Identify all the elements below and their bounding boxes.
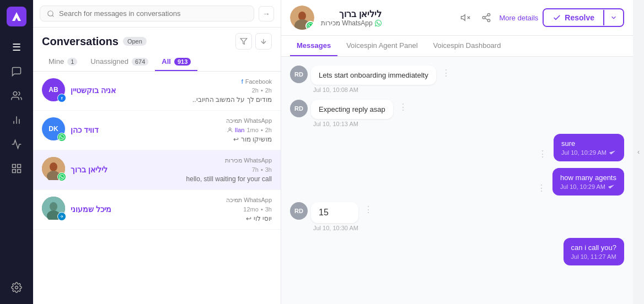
conversation-item[interactable]: ✈ WhatsApp תמיכה מיכל שמעוני 12mo • 3h י… xyxy=(33,190,281,230)
svg-point-10 xyxy=(48,10,53,15)
header-actions xyxy=(235,33,272,50)
read-receipt-icon xyxy=(609,150,616,155)
name-row: אניה בוקשטיין 2h • 2h xyxy=(71,86,272,95)
nav-conversations-icon[interactable] xyxy=(7,62,26,82)
avatar-wrap: AB f xyxy=(42,78,65,101)
outgoing-message: ⋮ how many agents Jul 10, 10:29 AM xyxy=(290,168,624,196)
conversation-item[interactable]: DK WhatsApp תמיכה דוויד כהן Ilan xyxy=(33,111,281,150)
channel-label: WhatsApp תמיכה xyxy=(226,117,272,124)
svg-point-14 xyxy=(229,128,231,130)
left-navigation: ☰ xyxy=(0,0,33,304)
message-time: Jul 10, 10:29 AM xyxy=(560,183,616,190)
conv-content: WhatsApp תמיכה מיכל שמעוני 12mo • 3h יוס… xyxy=(71,197,272,222)
nav-campaigns-icon[interactable] xyxy=(7,134,26,154)
conv-filter-tabs: Mine 1 Unassigned 674 All 913 xyxy=(33,53,281,72)
message-time: Jul 10, 10:13 AM xyxy=(311,121,393,127)
message-time: Jul 10, 10:08 AM xyxy=(311,86,436,93)
header-actions: More details Resolve xyxy=(457,8,624,27)
more-details-btn[interactable]: More details xyxy=(499,14,538,22)
contact-name: ליליאן ברוך xyxy=(321,9,382,19)
filter-btn[interactable] xyxy=(235,33,252,50)
search-box[interactable] xyxy=(40,6,254,21)
svg-rect-5 xyxy=(13,165,16,168)
msg-avatar: RD xyxy=(290,100,308,117)
conv-time: 12mo • 3h xyxy=(243,206,272,213)
message-text: 15 xyxy=(319,208,329,217)
tab-dashboard[interactable]: Voicespin Dashboard xyxy=(427,36,508,56)
msg-avatar: RD xyxy=(290,66,308,83)
tab-messages[interactable]: Messages xyxy=(290,36,337,56)
conv-preview: hello, still waiting for your call xyxy=(71,175,272,183)
avatar-wrap xyxy=(42,157,65,180)
contact-name: דוויד כהן xyxy=(71,126,99,134)
tab-mine[interactable]: Mine 1 xyxy=(42,53,84,71)
open-badge: Open xyxy=(123,37,147,46)
resolve-main-btn[interactable]: Resolve xyxy=(544,9,603,26)
conversation-item[interactable]: AB f Facebook f אניה בוקשטיין 2h • 2h מו… xyxy=(33,72,281,111)
svg-point-1 xyxy=(13,92,17,96)
message-options-btn[interactable]: ⋮ xyxy=(362,202,375,217)
nav-contacts-icon[interactable] xyxy=(7,86,26,106)
svg-point-9 xyxy=(15,286,18,289)
contact-channel: WhatsApp מכירות xyxy=(321,19,382,27)
resolve-label: Resolve xyxy=(565,13,594,22)
channel-badge xyxy=(305,21,314,30)
nav-library-icon[interactable] xyxy=(7,159,26,178)
read-receipt-icon xyxy=(608,184,615,189)
tab-unassigned[interactable]: Unassigned 674 xyxy=(84,53,155,71)
message-options-btn[interactable]: ⋮ xyxy=(439,66,453,80)
conv-preview: יוסי לוי ↩ xyxy=(71,215,272,222)
svg-rect-7 xyxy=(13,170,16,173)
conversation-item-active[interactable]: WhatsApp מכירות ליליאן ברוך 7h • 3h hell… xyxy=(33,150,281,190)
mute-btn[interactable] xyxy=(457,9,474,26)
channel-label: Facebook xyxy=(245,78,272,85)
avatar-wrap: DK xyxy=(42,117,65,140)
sort-btn[interactable] xyxy=(255,33,272,50)
conv-time: Ilan 1mo • 2h xyxy=(227,127,272,133)
message-row: RD 15 Jul 10, 10:30 AM ⋮ xyxy=(290,202,624,231)
search-arrow-btn[interactable]: → xyxy=(259,6,274,21)
nav-menu-icon[interactable]: ☰ xyxy=(7,37,26,57)
channel-row: WhatsApp תמיכה xyxy=(71,197,272,204)
msg-avatar: RD xyxy=(290,202,308,220)
message-row: RD Lets start onboarding immediatelty Ju… xyxy=(290,66,624,93)
nav-reports-icon[interactable] xyxy=(7,110,26,130)
message-bubble: 15 xyxy=(311,202,358,223)
message-options-btn[interactable]: ⋮ xyxy=(396,100,410,115)
name-row: ליליאן ברוך 7h • 3h xyxy=(71,165,272,174)
channel-icon: f xyxy=(242,78,243,85)
message-options-btn[interactable]: ⋮ xyxy=(536,146,549,161)
conv-content: WhatsApp תמיכה דוויד כהן Ilan 1mo • 2h מ… xyxy=(71,117,272,143)
incoming-message: Lets start onboarding immediatelty Jul 1… xyxy=(311,66,436,93)
tab-all[interactable]: All 913 xyxy=(155,53,197,71)
contact-name: אניה בוקשטיין xyxy=(71,86,116,95)
nav-settings-icon[interactable] xyxy=(7,278,26,297)
tab-agent-panel[interactable]: Voicespin Agent Panel xyxy=(340,36,424,56)
conv-header: Conversations Open xyxy=(33,28,281,53)
incoming-message: Expecting reply asap Jul 10, 10:13 AM xyxy=(311,100,393,127)
message-options-btn[interactable]: ⋮ xyxy=(535,181,548,196)
app-logo[interactable] xyxy=(7,7,26,26)
chat-panel: ליליאן ברוך WhatsApp מכירות More details xyxy=(281,0,633,304)
message-bubble: sure Jul 10, 10:29 AM xyxy=(554,134,624,161)
collapse-panel-btn[interactable]: ‹ xyxy=(633,0,644,304)
whatsapp-icon xyxy=(375,20,382,26)
resolve-dropdown-btn[interactable] xyxy=(603,10,623,25)
message-text: can i call you? xyxy=(571,243,616,252)
contact-info: ליליאן ברוך WhatsApp מכירות xyxy=(321,9,382,27)
message-row: RD Expecting reply asap Jul 10, 10:13 AM… xyxy=(290,100,624,127)
channel-row: Facebook f xyxy=(71,78,272,85)
incoming-message: 15 Jul 10, 10:30 AM xyxy=(311,202,358,231)
check-icon xyxy=(552,13,561,22)
chat-header: ליליאן ברוך WhatsApp מכירות More details xyxy=(281,0,633,36)
svg-rect-6 xyxy=(18,165,21,168)
conv-preview: מודים לך על המשוב החיובי.. xyxy=(71,96,272,104)
assigned-icon xyxy=(227,127,233,133)
search-input[interactable] xyxy=(59,9,247,18)
message-bubble: can i call you? Jul 10, 11:27 AM xyxy=(564,238,624,265)
resolve-btn[interactable]: Resolve xyxy=(543,8,624,27)
svg-point-22 xyxy=(298,12,306,20)
share-btn[interactable] xyxy=(478,9,495,26)
svg-line-30 xyxy=(485,18,488,20)
message-text: Expecting reply asap xyxy=(319,105,385,113)
